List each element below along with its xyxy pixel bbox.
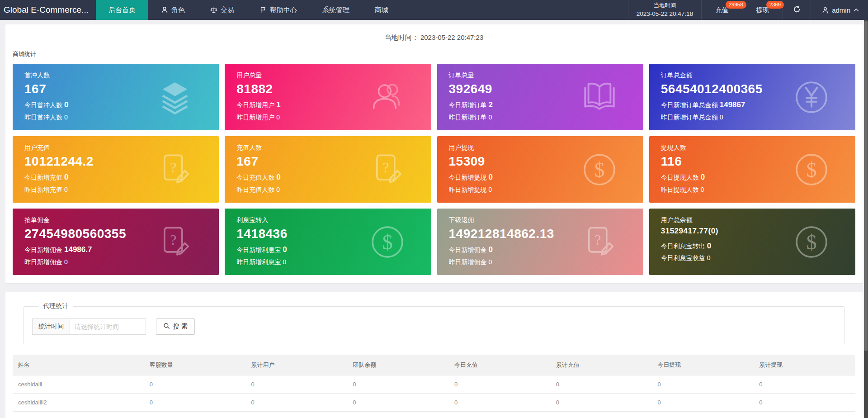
card-label: 提现人数 — [661, 144, 844, 152]
svg-text:?: ? — [170, 160, 177, 176]
svg-text:$: $ — [594, 158, 604, 181]
agent-value-cell: 0 — [754, 375, 855, 394]
doc-question-icon: ? — [157, 224, 193, 260]
dollar-icon: $ — [794, 224, 829, 260]
nav-tab-label: 角色 — [171, 6, 185, 14]
agent-value-cell: 0 — [246, 375, 348, 394]
card-label: 用户总量 — [236, 71, 419, 80]
nav-tab-2[interactable]: 角色 — [148, 0, 198, 20]
card-line2-value: 0 — [276, 173, 280, 181]
card-line3-value: 0 — [64, 186, 68, 193]
card-line3-label: 昨日新增利息宝 — [236, 258, 281, 266]
card-line2-value: 2 — [489, 100, 493, 109]
person-icon — [161, 6, 168, 14]
stat-card-12: 用户总余额31529417.77(0)今日利息宝转出0今日利息宝收益0$ — [649, 209, 855, 275]
card-line3-label: 昨日首冲人数 — [24, 114, 62, 121]
agent-stats-fieldset: 代理统计 统计时间 搜 索 — [24, 302, 844, 344]
nav-tab-3[interactable]: 交易 — [198, 0, 247, 20]
card-line3-value: 0 — [276, 186, 280, 193]
agent-value-cell: 0 — [754, 394, 855, 412]
card-line2-value: 0 — [701, 173, 705, 181]
card-line3-value: 0 — [276, 114, 280, 121]
table-header-cell: 今日充值 — [449, 355, 551, 375]
stat-time-group: 统计时间 — [32, 318, 146, 335]
stat-card-3: 订单总量392649今日新增订单2昨日新增订单0 — [437, 64, 643, 130]
nav-tab-4[interactable]: 帮助中心 — [247, 0, 310, 20]
card-line3-value: 0 — [707, 254, 711, 261]
agent-filter-row: 统计时间 搜 索 — [32, 318, 836, 335]
table-header-cell: 今日提现 — [652, 355, 754, 375]
table-row: ceshidalili20000000 — [13, 394, 855, 412]
card-label: 下级返佣 — [449, 216, 632, 224]
stat-time-input[interactable] — [70, 318, 146, 335]
card-line3-label: 昨日新增提现 — [449, 186, 487, 193]
nav-tab-1[interactable]: 后台首页 — [96, 0, 148, 20]
agent-table: 姓名客服数量累计用户团队余额今日充值累计充值今日提现累计提现 ceshidail… — [13, 355, 855, 418]
scrollbar-thumb[interactable] — [864, 21, 868, 351]
card-line3-value: 0 — [489, 186, 492, 193]
nav-tab-label: 商城 — [375, 6, 388, 14]
svg-text:$: $ — [382, 230, 392, 253]
agent-value-cell: 0 — [144, 412, 246, 418]
agent-value-cell: 0 — [347, 375, 449, 394]
table-row: ceshidaili0000000 — [13, 375, 855, 394]
card-line3-label: 昨日新增用户 — [236, 114, 274, 121]
table-header-cell: 姓名 — [13, 355, 144, 375]
svg-text:?: ? — [170, 232, 177, 248]
table-header-cell: 团队余额 — [347, 355, 449, 375]
agent-value-cell: 0 — [754, 412, 855, 418]
card-line2-value: 0 — [489, 245, 493, 254]
stat-card-10: 利息宝转入1418436今日新增利息宝0昨日新增利息宝0$ — [225, 209, 431, 275]
page-scrollbar[interactable] — [864, 0, 868, 418]
card-line2-label: 今日新增订单总金额 — [661, 101, 718, 109]
stat-cards-grid: 首冲人数167今日首冲人数0昨日首冲人数0用户总量81882今日新增用户1昨日新… — [13, 64, 855, 275]
agent-value-cell: 0 — [652, 412, 754, 418]
recharge-link[interactable]: 充值 29958 — [701, 0, 742, 20]
card-line2-value: 149867 — [720, 100, 745, 109]
table-header-cell: 累计用户 — [246, 355, 348, 375]
agent-value-cell: 0 — [551, 394, 652, 412]
local-time-value: 2023-05-22 20:47:18 — [637, 10, 693, 19]
agent-value-cell: 0 — [449, 375, 551, 394]
people-icon — [370, 80, 405, 115]
stat-card-9: 抢单佣金27454980560355今日新增佣金14986.7昨日新增佣金0? — [13, 209, 219, 275]
shop-stats-title: 商城统计 — [13, 50, 855, 58]
card-line3-label: 昨日新增充值 — [24, 186, 62, 193]
card-line3-value: 0 — [489, 114, 492, 121]
refresh-button[interactable] — [783, 0, 811, 20]
card-line2-label: 今日新增用户 — [236, 101, 274, 109]
nav-tabs: 后台首页角色交易帮助中心系统管理商城 — [96, 0, 401, 20]
stats-panel: 当地时间： 2023-05-22 20:47:23 商城统计 首冲人数167今日… — [5, 24, 863, 283]
card-line2-value: 14986.7 — [64, 245, 92, 254]
card-label: 订单总金额 — [661, 71, 844, 80]
nav-tab-6[interactable]: 商城 — [362, 0, 401, 20]
agent-name-cell: ceshidaili — [13, 375, 144, 394]
agent-value-cell: 0 — [551, 412, 652, 418]
card-line2-value: 1 — [276, 100, 280, 109]
nav-tab-5[interactable]: 系统管理 — [310, 0, 362, 20]
card-line2-label: 今日新增利息宝 — [236, 246, 281, 253]
stat-card-5: 用户充值10121244.2今日新增充值0昨日新增充值0? — [13, 136, 219, 203]
user-name: admin — [832, 6, 850, 14]
withdraw-link[interactable]: 提现 2369 — [742, 0, 783, 20]
search-button[interactable]: 搜 索 — [156, 318, 195, 335]
card-line2-value: 0 — [283, 245, 287, 254]
user-menu[interactable]: admin — [811, 0, 868, 20]
yen-icon — [794, 80, 829, 115]
doc-question-icon: ? — [157, 152, 193, 187]
agent-table-header-row: 姓名客服数量累计用户团队余额今日充值累计充值今日提现累计提现 — [13, 355, 855, 375]
table-row: a000010000000 — [13, 412, 855, 418]
card-line3-value: 0 — [489, 258, 492, 266]
book-icon — [582, 80, 617, 115]
agent-value-cell: 0 — [551, 375, 652, 394]
card-line3-label: 昨日提现人数 — [661, 186, 699, 193]
card-line2-label: 今日新增佣金 — [449, 246, 487, 253]
card-line2-label: 今日新增订单 — [449, 101, 487, 109]
card-line2-label: 今日充值人数 — [236, 174, 274, 181]
dollar-icon: $ — [582, 152, 617, 187]
card-line2-label: 今日提现人数 — [661, 174, 699, 181]
card-label: 首冲人数 — [24, 71, 207, 80]
card-line3-label: 今日利息宝收益 — [661, 254, 705, 261]
svg-text:?: ? — [382, 160, 389, 176]
panel-local-time-label: 当地时间： — [385, 33, 419, 41]
